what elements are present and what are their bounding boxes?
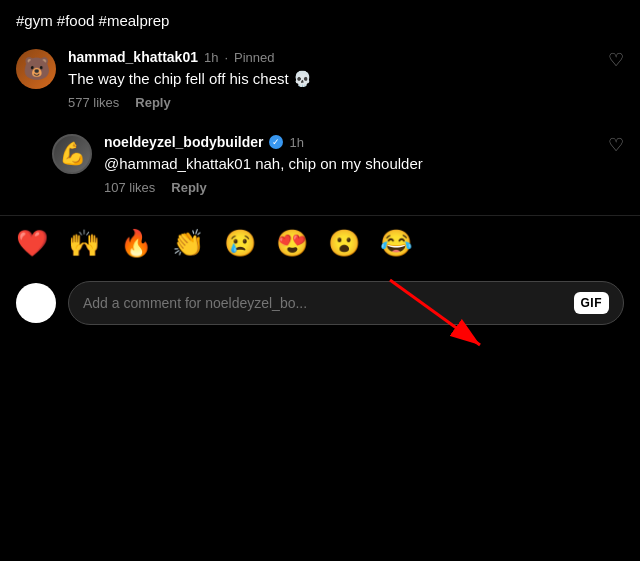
gif-button[interactable]: GIF [574,292,610,314]
comment-header-1: hammad_khattak01 1h · Pinned [68,49,596,65]
dot-separator-1: · [224,50,228,65]
comment-input-area: GIF [0,271,640,341]
avatar-hammad: 🐻 [16,49,56,89]
timestamp-1: 1h [204,50,218,65]
timestamp-2: 1h [289,135,303,150]
comment-input[interactable] [83,295,566,311]
emoji-surprised[interactable]: 😮 [328,228,360,259]
comment-block-1: 🐻 hammad_khattak01 1h · Pinned The way t… [0,37,640,122]
likes-count-1: 577 likes [68,95,119,110]
user-avatar [16,283,56,323]
comment-meta-1: 577 likes Reply [68,95,596,110]
comment-meta-2: 107 likes Reply [104,180,596,195]
input-wrapper[interactable]: GIF [68,281,624,325]
username-hammad: hammad_khattak01 [68,49,198,65]
comment-block-2: 💪 noeldeyzel_bodybuilder ✓ 1h @hammad_kh… [52,122,640,207]
verified-badge: ✓ [269,135,283,149]
reply-button-2[interactable]: Reply [171,180,206,195]
emoji-cry[interactable]: 😢 [224,228,256,259]
comment-header-2: noeldeyzel_bodybuilder ✓ 1h [104,134,596,150]
nested-comment-block: 💪 noeldeyzel_bodybuilder ✓ 1h @hammad_kh… [52,122,640,207]
comment-text-2: @hammad_khattak01 nah, chip on my should… [104,153,596,174]
emoji-bar: ❤️ 🙌 🔥 👏 😢 😍 😮 😂 [0,215,640,271]
emoji-heart[interactable]: ❤️ [16,228,48,259]
hashtags-text: #gym #food #mealprep [0,0,640,37]
reply-button-1[interactable]: Reply [135,95,170,110]
emoji-heart-eyes[interactable]: 😍 [276,228,308,259]
pinned-badge-1: Pinned [234,50,274,65]
avatar-noel: 💪 [52,134,92,174]
comment-text-1: The way the chip fell off his chest 💀 [68,68,596,89]
comment-content-1: hammad_khattak01 1h · Pinned The way the… [68,49,596,110]
heart-icon-1[interactable]: ♡ [608,49,624,71]
emoji-laugh[interactable]: 😂 [380,228,412,259]
likes-count-2: 107 likes [104,180,155,195]
emoji-clap[interactable]: 👏 [172,228,204,259]
comment-content-2: noeldeyzel_bodybuilder ✓ 1h @hammad_khat… [104,134,596,195]
username-noel: noeldeyzel_bodybuilder [104,134,263,150]
heart-icon-2[interactable]: ♡ [608,134,624,156]
emoji-hands-raised[interactable]: 🙌 [68,228,100,259]
emoji-fire[interactable]: 🔥 [120,228,152,259]
